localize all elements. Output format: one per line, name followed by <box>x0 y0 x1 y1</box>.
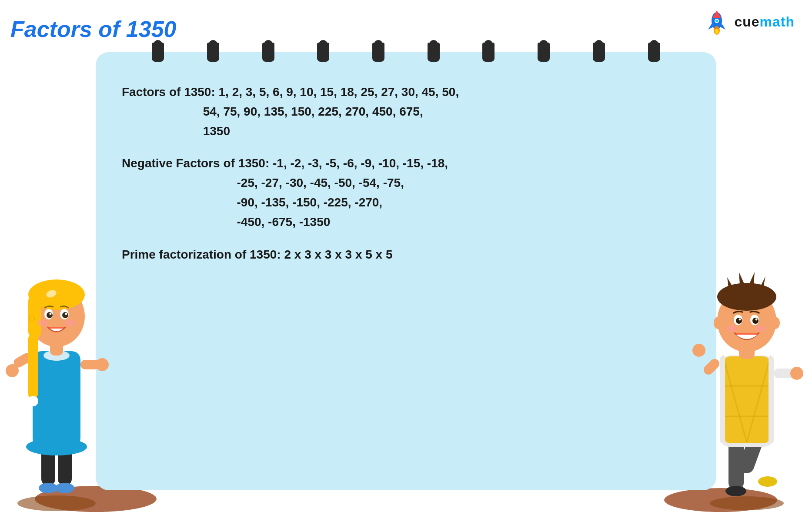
svg-point-35 <box>30 316 35 321</box>
notebook-rings <box>96 43 716 62</box>
factors-block: Factors of 1350: 1, 2, 3, 5, 6, 9, 10, 1… <box>122 83 690 141</box>
svg-point-68 <box>714 317 722 329</box>
svg-point-63 <box>752 318 759 324</box>
svg-point-69 <box>771 317 780 329</box>
boy-character <box>686 195 808 512</box>
svg-rect-49 <box>702 357 721 376</box>
prime-factorization-text: Prime factorization of 1350: 2 x 3 x 3 x… <box>122 245 690 265</box>
svg-point-25 <box>28 396 38 406</box>
svg-point-31 <box>50 313 52 315</box>
svg-point-34 <box>65 319 76 326</box>
girl-character <box>0 186 113 512</box>
svg-point-33 <box>37 319 48 326</box>
negative-factors-text: Negative Factors of 1350: -1, -2, -3, -5… <box>122 154 690 232</box>
cuemath-blue-text: math <box>760 14 795 30</box>
cuemath-wordmark: cuemath <box>734 14 795 30</box>
svg-point-52 <box>790 367 803 380</box>
ring-5 <box>372 43 384 62</box>
ring-1 <box>152 43 164 62</box>
negative-factors-label: Negative Factors of 1350: <box>122 156 273 170</box>
svg-point-36 <box>710 496 784 510</box>
negative-factors-block: Negative Factors of 1350: -1, -2, -3, -5… <box>122 154 690 232</box>
svg-point-5 <box>715 29 718 34</box>
svg-point-50 <box>692 344 705 357</box>
prime-factorization-block: Prime factorization of 1350: 2 x 3 x 3 x… <box>122 245 690 265</box>
cuemath-logo: cuemath <box>704 9 795 35</box>
rocket-icon <box>704 9 730 35</box>
svg-point-32 <box>65 313 67 315</box>
factors-label: Factors of 1350: <box>122 85 219 99</box>
prime-label: Prime factorization of 1350: <box>122 248 284 261</box>
svg-point-17 <box>6 364 19 377</box>
svg-point-29 <box>47 312 53 318</box>
svg-rect-13 <box>33 351 80 447</box>
svg-rect-48 <box>769 356 774 443</box>
ring-8 <box>538 43 550 62</box>
ring-10 <box>648 43 660 62</box>
svg-point-12 <box>55 483 74 493</box>
notebook: Factors of 1350: 1, 2, 3, 5, 6, 9, 10, 1… <box>96 52 716 490</box>
svg-point-14 <box>26 438 87 455</box>
ring-9 <box>593 43 605 62</box>
factors-text: Factors of 1350: 1, 2, 3, 5, 6, 9, 10, 1… <box>122 83 690 141</box>
svg-point-40 <box>758 476 777 487</box>
notebook-content: Factors of 1350: 1, 2, 3, 5, 6, 9, 10, 1… <box>122 78 690 264</box>
svg-point-62 <box>736 318 742 324</box>
ring-6 <box>428 43 440 62</box>
ring-4 <box>317 43 329 62</box>
svg-marker-57 <box>739 272 747 290</box>
svg-point-39 <box>725 486 746 496</box>
ring-7 <box>482 43 495 62</box>
prime-value: 2 x 3 x 3 x 3 x 5 x 5 <box>284 248 392 261</box>
ring-3 <box>262 43 274 62</box>
svg-point-66 <box>726 325 737 332</box>
svg-rect-23 <box>28 295 41 338</box>
ring-2 <box>207 43 219 62</box>
svg-point-65 <box>755 319 758 321</box>
svg-point-55 <box>717 283 776 311</box>
svg-point-67 <box>755 325 766 332</box>
page-title: Factors of 1350 <box>10 16 177 42</box>
svg-rect-24 <box>28 334 38 399</box>
svg-point-11 <box>39 483 58 493</box>
svg-rect-47 <box>720 356 725 443</box>
svg-point-19 <box>96 358 109 371</box>
svg-point-3 <box>715 20 718 22</box>
svg-rect-42 <box>723 356 771 443</box>
svg-point-64 <box>739 319 741 321</box>
svg-marker-58 <box>747 272 755 290</box>
svg-point-8 <box>17 495 96 511</box>
svg-point-30 <box>62 312 68 318</box>
